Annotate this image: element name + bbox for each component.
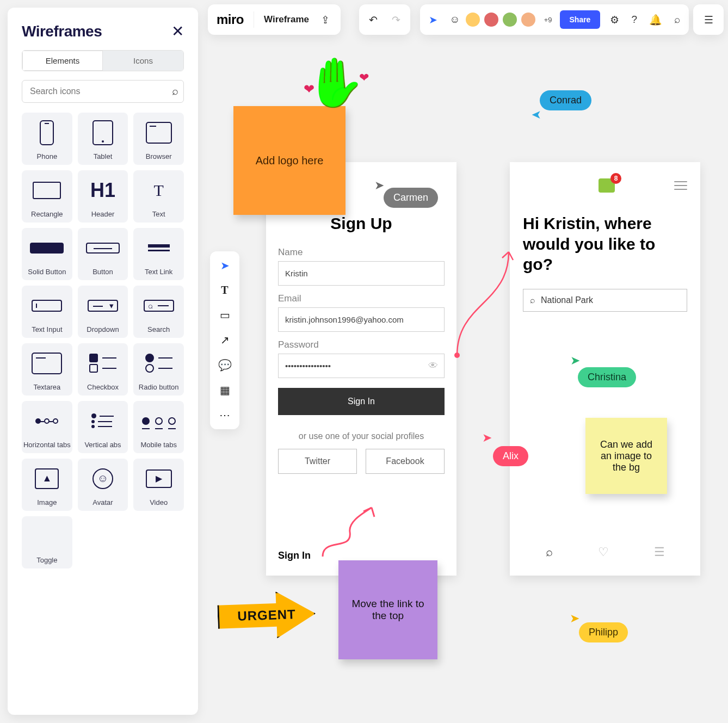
- cursor-tag-christina: Christina: [578, 367, 636, 387]
- board-name[interactable]: Wireframe: [264, 14, 309, 25]
- share-button[interactable]: Share: [560, 10, 601, 29]
- more-tools-icon[interactable]: ⋯: [219, 409, 230, 422]
- tile-dropdown[interactable]: Dropdown: [78, 286, 128, 338]
- settings-icon[interactable]: ⚙: [608, 11, 621, 28]
- cursor-tag-carmen: Carmen: [384, 188, 438, 208]
- cursor-tag-alix: Alix: [493, 446, 528, 466]
- footer-heart-icon[interactable]: ♡: [598, 545, 609, 559]
- search-wrapper: ⌕: [22, 80, 184, 103]
- tile-browser[interactable]: Browser: [133, 113, 184, 165]
- tile-text-input[interactable]: Text Input: [22, 286, 72, 338]
- notifications-badge[interactable]: 8: [599, 178, 615, 193]
- travel-search-field[interactable]: ⌕ National Park: [523, 289, 687, 312]
- heart-icon: ❤: [304, 82, 314, 97]
- tile-radio[interactable]: Radio button: [133, 343, 184, 396]
- tile-textarea[interactable]: Textarea: [22, 343, 72, 396]
- footer-search-icon[interactable]: ⌕: [546, 545, 553, 559]
- email-input[interactable]: [278, 307, 445, 332]
- toolbar-undo: ↶ ↷: [359, 4, 410, 35]
- tile-rectangle[interactable]: Rectangle: [22, 170, 72, 223]
- footer-sliders-icon[interactable]: ☰: [654, 545, 665, 559]
- panel-tabs: Elements Icons: [22, 50, 184, 71]
- frame-tool-icon[interactable]: ▦: [220, 384, 230, 397]
- name-input[interactable]: [278, 261, 445, 286]
- tile-horizontal-tabs[interactable]: Horizontal tabs: [22, 401, 72, 453]
- sticky-note-purple[interactable]: Move the link to the top: [338, 560, 437, 659]
- toolbar-right: ➤ ☺ +9 Share ⚙ ? 🔔 ⌕: [420, 4, 689, 35]
- facebook-button[interactable]: Facebook: [366, 449, 445, 474]
- tile-search[interactable]: Search: [133, 286, 184, 338]
- bell-icon[interactable]: 🔔: [647, 11, 664, 28]
- brand-logo[interactable]: miro: [217, 12, 244, 27]
- cursor-tag-conrad: Conrad: [540, 90, 591, 110]
- twitter-button[interactable]: Twitter: [278, 449, 357, 474]
- password-input[interactable]: [278, 354, 445, 378]
- comment-tool-icon[interactable]: 💬: [218, 359, 232, 372]
- search-icon[interactable]: ⌕: [672, 11, 682, 28]
- line-tool-icon[interactable]: ↗: [220, 333, 230, 347]
- help-icon[interactable]: ?: [629, 11, 639, 28]
- tile-solid-button[interactable]: Solid Button: [22, 228, 72, 280]
- toolbar-left: miro Wireframe ⇪: [208, 4, 341, 35]
- toolstrip: ➤ T ▭ ↗ 💬 ▦ ⋯: [210, 251, 239, 429]
- search-input[interactable]: [22, 80, 184, 103]
- close-icon[interactable]: ✕: [171, 24, 184, 39]
- travel-heading: Hi Kristin, where would you like to go?: [523, 213, 687, 275]
- tile-checkbox[interactable]: Checkbox: [78, 343, 128, 396]
- email-label: Email: [278, 293, 445, 304]
- reactions-icon[interactable]: ☺: [447, 11, 462, 28]
- hand-sticker[interactable]: ✋: [306, 59, 366, 107]
- badge-count: 8: [610, 173, 621, 184]
- tile-mobile-tabs[interactable]: Mobile tabs: [133, 401, 184, 453]
- submit-button[interactable]: Sign In: [278, 388, 445, 415]
- password-label: Password: [278, 339, 445, 350]
- text-tool-icon[interactable]: T: [221, 284, 228, 296]
- connector-line[interactable]: [454, 249, 514, 358]
- cursor-tag-philipp: Philipp: [579, 622, 628, 642]
- or-divider-text: or use one of your social profiles: [278, 431, 445, 441]
- cursor-icon: ➤: [570, 354, 580, 368]
- tile-text[interactable]: TText: [133, 170, 184, 223]
- panel-title: Wireframes: [22, 23, 102, 40]
- undo-icon[interactable]: ↶: [367, 11, 380, 28]
- heart-icon: ❤: [359, 71, 369, 85]
- pointer-icon[interactable]: ➤: [427, 11, 440, 28]
- tab-icons[interactable]: Icons: [103, 51, 183, 71]
- hamburger-icon[interactable]: [674, 181, 687, 190]
- wireframes-panel: Wireframes ✕ Elements Icons ⌕ Phone Tabl…: [8, 8, 198, 715]
- avatar[interactable]: [483, 11, 499, 28]
- sticky-note-orange[interactable]: Add logo here: [233, 106, 346, 215]
- tab-elements[interactable]: Elements: [22, 51, 103, 71]
- redo-icon[interactable]: ↷: [390, 11, 403, 28]
- tile-header[interactable]: H1Header: [78, 170, 128, 223]
- select-tool-icon[interactable]: ➤: [220, 259, 230, 272]
- toolbar-collapse[interactable]: ☰: [693, 4, 724, 35]
- avatar[interactable]: [502, 11, 518, 28]
- tile-phone[interactable]: Phone: [22, 113, 72, 165]
- search-icon[interactable]: ⌕: [172, 85, 178, 97]
- avatar-overflow[interactable]: +9: [544, 16, 552, 24]
- panel-icon: ☰: [702, 11, 715, 28]
- avatar[interactable]: [465, 11, 481, 28]
- cursor-icon: ➤: [482, 431, 492, 445]
- tile-text-link[interactable]: Text Link: [133, 228, 184, 280]
- urgent-sticker[interactable]: URGENT: [217, 590, 317, 640]
- signup-title: Sign Up: [278, 214, 445, 233]
- tile-avatar[interactable]: ☺Avatar: [78, 459, 128, 511]
- tile-button[interactable]: Button: [78, 228, 128, 280]
- name-label: Name: [278, 247, 445, 258]
- eye-icon[interactable]: 👁: [428, 360, 438, 372]
- tile-video[interactable]: ▶Video: [133, 459, 184, 511]
- cursor-icon: ➤: [374, 178, 384, 193]
- arrow-squiggle[interactable]: [320, 505, 385, 565]
- tile-vertical-tabs[interactable]: Vertical abs: [78, 401, 128, 453]
- travel-search-value: National Park: [541, 295, 593, 305]
- avatar[interactable]: [520, 11, 536, 28]
- tile-toggle[interactable]: Toggle: [22, 516, 72, 568]
- tile-tablet[interactable]: Tablet: [78, 113, 128, 165]
- export-icon[interactable]: ⇪: [319, 11, 332, 28]
- sticky-tool-icon[interactable]: ▭: [220, 308, 230, 322]
- tile-image[interactable]: ▲Image: [22, 459, 72, 511]
- sticky-note-yellow[interactable]: Can we add an image to the bg: [585, 418, 667, 494]
- signin-link[interactable]: Sign In: [278, 550, 311, 561]
